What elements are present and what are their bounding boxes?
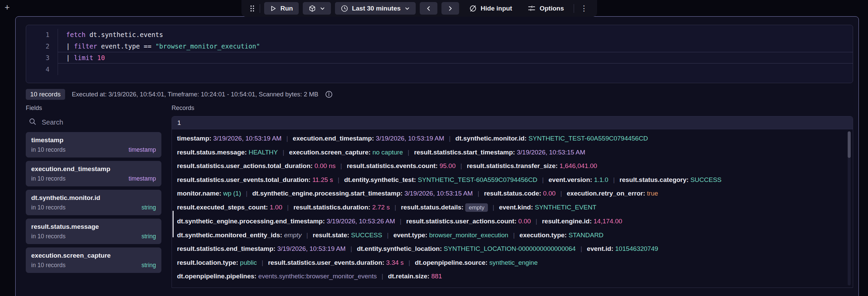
record-field-value[interactable]: 101546320749 [615,245,658,252]
fields-panel-title: Fields [26,105,161,112]
field-separator: | [493,204,494,211]
record-field-value[interactable]: wp (1) [223,190,241,197]
record-line: result.status.message: HEALTHY|execution… [177,146,838,160]
record-field-value[interactable]: SYNTHETIC_EVENT [535,204,596,211]
field-card[interactable]: dt.synthetic.monitor.id in 10 records st… [26,190,161,215]
record-field-value[interactable]: 0.00 ns [314,162,335,169]
record-field-key: dt.entity.synthetic_location: [357,245,443,252]
field-separator: | [449,135,451,142]
drag-handle-icon[interactable] [249,4,256,13]
line-number: 2 [26,40,58,52]
field-occurrence: in 10 records [31,175,65,182]
record-field-value[interactable]: browser_monitor_execution [429,232,508,239]
field-card[interactable]: execution.end_timestamp in 10 records ti… [26,161,161,186]
record-field-value[interactable]: 1.1.0 [594,176,608,183]
timeframe-selector-button[interactable]: Last 30 minutes [335,2,416,15]
record-field-key: result.status.code: [484,190,543,197]
record-field-key: dt.entity.synthetic_test: [344,176,418,183]
code-line: 2 | filter event.type == "browser_monito… [26,40,853,52]
toolbar-divider [574,4,574,13]
field-separator: | [282,149,284,156]
field-name: dt.synthetic.monitor.id [31,194,156,202]
run-button[interactable]: Run [264,2,299,15]
add-tab-button[interactable]: + [2,2,12,12]
clock-icon [341,5,348,12]
record-field-value[interactable]: 11.25 s [312,176,333,183]
record-field-key: execution.screen_capture: [289,149,372,156]
field-occurrence: in 10 records [31,262,65,269]
record-field-value[interactable]: events.synthetic:browser_monitor_events [258,273,377,280]
record-field-value[interactable]: SYNTHETIC_TEST-60A559C0794456CD [418,176,537,183]
record-field-key: result.statistics.start_timestamp: [414,149,517,156]
record-content: timestamp: 3/19/2026, 10:53:19 AM|execut… [172,129,853,283]
visualization-cube-icon [309,5,316,12]
field-separator: | [340,162,342,169]
execution-info-text: Executed at: 3/19/2026, 10:54:01, Timefr… [72,91,318,98]
field-card[interactable]: execution.screen_capture in 10 records s… [26,247,161,273]
record-field-value[interactable]: no capture [372,149,403,156]
record-field-value[interactable]: empty [465,203,488,212]
code-token: fetch [66,31,85,38]
line-number: 3 [26,52,58,63]
previous-timeframe-button[interactable] [420,2,437,15]
next-timeframe-button[interactable] [441,2,459,15]
record-field-key: result.statistics.user_events.duration: [268,259,386,266]
hide-input-button[interactable]: Hide input [463,2,518,15]
record-field-key: result.statistics.user_events.total_dura… [177,176,312,183]
record-line: result.statistics.user_actions.total_dur… [177,159,838,173]
search-input[interactable] [42,118,143,126]
record-field-value[interactable]: empty [284,232,302,239]
visualization-selector-button[interactable] [303,2,331,15]
field-name: timestamp [31,136,156,144]
record-field-value[interactable]: SYNTHETIC_LOCATION-0000000000000064 [444,245,576,252]
record-field-value[interactable]: SUCCESS [690,176,722,183]
record-field-key: result.status.message: [177,149,249,156]
record-field-value[interactable]: 2.72 s [372,204,390,211]
record-field-value[interactable]: 95.00 [439,162,456,169]
field-separator: | [408,149,409,156]
record-field-value[interactable]: 3/19/2026, 10:53:19 AM [213,135,282,142]
field-card[interactable]: result.status.message in 10 records stri… [26,219,161,244]
more-actions-kebab-button[interactable]: ⋮ [578,4,590,13]
record-field-value[interactable]: 14,174.00 [594,218,623,225]
field-type-badge: timestamp [129,175,156,182]
record-row-header[interactable]: 1 [172,116,853,129]
field-separator: | [542,176,544,183]
record-field-value[interactable]: true [647,190,658,197]
record-field-value[interactable]: 3/19/2026, 10:53:19 AM [376,135,444,142]
search-icon [28,117,37,127]
record-field-value[interactable]: STANDARD [569,232,604,239]
record-field-value[interactable]: synthetic_engine [489,259,538,266]
record-field-value[interactable]: SYNTHETIC_TEST-60A559C0794456CD [528,135,648,142]
record-field-value[interactable]: HEALTHY [249,149,278,156]
record-field-value[interactable]: 881 [431,273,442,280]
record-field-value[interactable]: 0.00 [543,190,556,197]
field-name: execution.end_timestamp [31,165,156,173]
record-field-value[interactable]: 3.34 s [386,259,404,266]
record-line: result.location.type: public|result.stat… [177,256,838,270]
record-field-value[interactable]: 1.00 [270,204,282,211]
field-separator: | [477,190,479,197]
record-field-value[interactable]: 3/19/2026, 10:53:15 AM [517,149,585,156]
record-field-value[interactable]: 3/19/2026, 10:53:15 AM [405,190,473,197]
info-icon[interactable] [325,91,333,98]
record-field-value[interactable]: 1,646,041.00 [559,162,597,169]
record-field-value[interactable]: 0.00 [518,218,531,225]
fields-search[interactable] [26,112,161,132]
options-button[interactable]: Options [522,2,570,15]
records-scrollbar-thumb[interactable] [848,131,851,158]
record-line: monitor.name: wp (1)|dt.synthetic_engine… [177,187,838,201]
record-field-value[interactable]: public [240,259,257,266]
record-field-value[interactable]: 3/19/2026, 10:53:26 AM [327,218,395,225]
record-field-value[interactable]: SUCCESS [351,232,382,239]
field-separator: | [513,232,515,239]
record-line: result.executed_steps_count: 1.00|result… [177,201,838,215]
field-card[interactable]: timestamp in 10 records timestamp [26,132,161,158]
dql-query-editor[interactable]: 1 fetch dt.synthetic.events 2 | filter e… [26,25,853,83]
record-field-key: result.state: [313,232,351,239]
record-field-value[interactable]: 3/19/2026, 10:53:19 AM [277,245,346,252]
field-type-badge: string [141,204,156,211]
code-text: | limit 10 [58,52,853,63]
field-separator: | [338,176,339,183]
options-label: Options [539,5,564,12]
